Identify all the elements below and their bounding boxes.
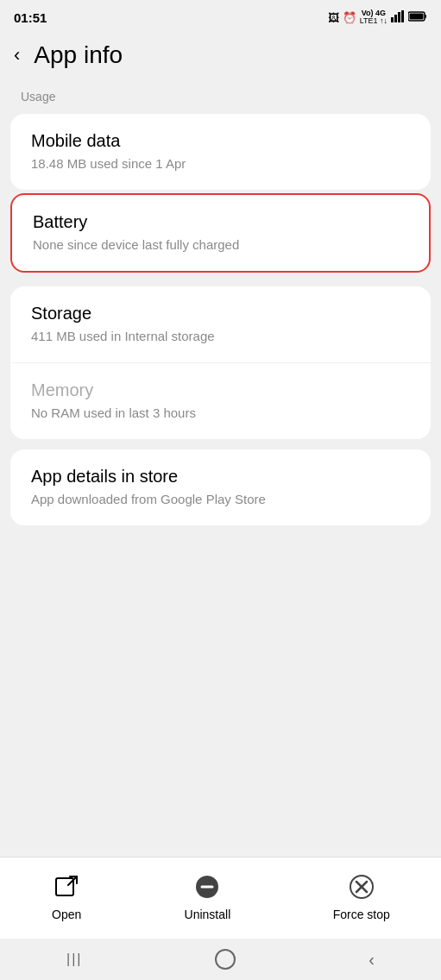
uninstall-button[interactable]: Uninstall: [164, 868, 252, 925]
memory-subtitle: No RAM used in last 3 hours: [31, 404, 410, 422]
svg-rect-7: [56, 878, 73, 895]
mobile-data-title: Mobile data: [31, 131, 410, 151]
open-label: Open: [52, 908, 81, 921]
alarm-icon: ⏰: [343, 11, 356, 24]
nav-bar: ||| ‹: [0, 939, 441, 980]
status-time: 01:51: [14, 10, 47, 25]
storage-title: Storage: [31, 304, 410, 324]
app-details-title: App details in store: [31, 467, 410, 487]
battery-card[interactable]: Battery None since device last fully cha…: [10, 193, 431, 273]
action-bar: Open Uninstall Force stop: [0, 857, 441, 939]
battery-subtitle: None since device last fully charged: [33, 236, 408, 254]
storage-memory-card: Storage 411 MB used in Internal storage …: [10, 286, 431, 439]
battery-icon: [408, 11, 427, 24]
uninstall-label: Uninstall: [185, 908, 231, 921]
svg-rect-5: [425, 15, 426, 18]
usage-card: Mobile data 18.48 MB used since 1 Apr: [10, 114, 431, 190]
mobile-data-subtitle: 18.48 MB used since 1 Apr: [31, 154, 410, 173]
svg-rect-6: [410, 13, 424, 19]
app-details-card[interactable]: App details in store App downloaded from…: [10, 449, 431, 525]
back-button[interactable]: ‹: [14, 46, 20, 65]
svg-rect-0: [391, 17, 394, 22]
volte-icon: Vo) 4G LTE1 ↑↓: [360, 9, 387, 25]
back-nav-button[interactable]: ‹: [369, 950, 375, 970]
status-icons: 🖼 ⏰ Vo) 4G LTE1 ↑↓: [328, 9, 427, 25]
force-stop-icon: [346, 871, 377, 902]
battery-item[interactable]: Battery None since device last fully cha…: [12, 195, 429, 271]
app-details-subtitle: App downloaded from Google Play Store: [31, 490, 410, 508]
battery-title: Battery: [33, 212, 408, 232]
recent-apps-button[interactable]: |||: [66, 952, 82, 967]
open-button[interactable]: Open: [30, 868, 103, 925]
open-icon: [51, 871, 82, 902]
header: ‹ App info: [0, 31, 441, 83]
storage-item[interactable]: Storage 411 MB used in Internal storage: [10, 286, 431, 363]
page-title: App info: [34, 41, 123, 69]
storage-subtitle: 411 MB used in Internal storage: [31, 327, 410, 345]
usage-section-label: Usage: [0, 83, 441, 110]
mobile-data-item[interactable]: Mobile data 18.48 MB used since 1 Apr: [10, 114, 431, 190]
status-bar: 01:51 🖼 ⏰ Vo) 4G LTE1 ↑↓: [0, 0, 441, 31]
image-icon: 🖼: [328, 11, 339, 24]
force-stop-label: Force stop: [333, 908, 390, 921]
svg-rect-1: [394, 15, 397, 22]
memory-title: Memory: [31, 380, 410, 400]
force-stop-button[interactable]: Force stop: [312, 868, 411, 925]
svg-rect-2: [398, 12, 400, 22]
svg-rect-3: [401, 10, 404, 22]
signal-icon: [391, 10, 405, 25]
app-details-item[interactable]: App details in store App downloaded from…: [10, 449, 431, 525]
uninstall-icon: [192, 871, 223, 902]
memory-item[interactable]: Memory No RAM used in last 3 hours: [10, 363, 431, 439]
home-button[interactable]: [215, 949, 236, 970]
